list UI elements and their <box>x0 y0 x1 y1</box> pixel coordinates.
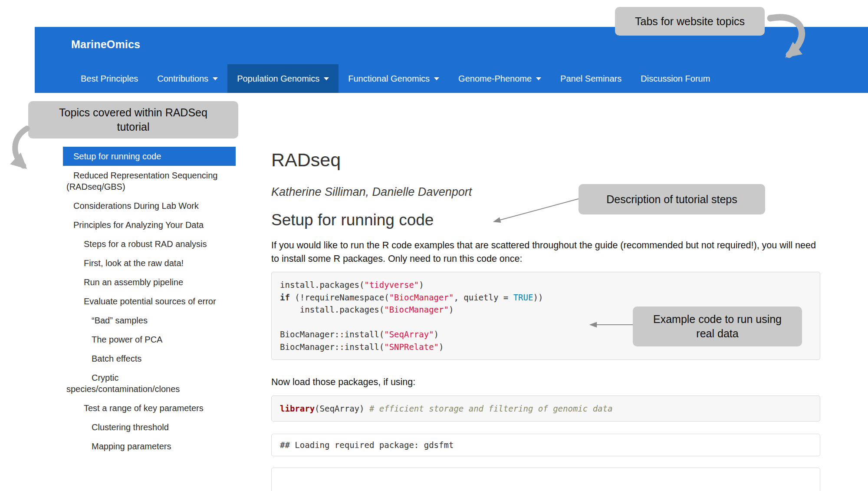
nav-item-genome-phenome[interactable]: Genome-Phenome <box>449 64 551 93</box>
nav-item-label: Panel Seminars <box>560 74 621 84</box>
code-line: if (!requireNamespace("BiocManager", qui… <box>280 291 812 304</box>
nav-item-contributions[interactable]: Contributions <box>148 64 227 93</box>
arrow-topics <box>15 129 27 166</box>
load-paragraph: Now load those packages, if using: <box>271 376 820 389</box>
navbar-items: Best PrinciplesContributionsPopulation G… <box>71 64 720 93</box>
intro-paragraph: If you would like to run the R code exam… <box>271 239 820 266</box>
chevron-down-icon <box>536 77 541 80</box>
toc-item-evaluate-potential-sources-of-error[interactable]: Evaluate potential sources of error <box>63 292 236 311</box>
console-output-block: ## Loading required package: gdsfmt <box>271 434 820 456</box>
annotation-description-callout: Description of tutorial steps <box>579 184 765 214</box>
toc-item-first-look-at-the-raw-data[interactable]: First, look at the raw data! <box>63 254 236 273</box>
toc-item-batch-effects[interactable]: Batch effects <box>63 349 236 368</box>
toc-item-steps-for-a-robust-rad-analysis[interactable]: Steps for a robust RAD analysis <box>63 234 236 254</box>
chevron-down-icon <box>324 77 329 80</box>
toc-item-bad-samples[interactable]: “Bad” samples <box>63 311 236 330</box>
annotation-tabs-label: Tabs for website topics <box>635 14 745 29</box>
nav-item-label: Contributions <box>157 74 208 84</box>
nav-item-label: Functional Genomics <box>348 74 430 84</box>
code-line: library(SeqArray) # efficient storage an… <box>280 402 812 415</box>
toc-item-cryptic-species-contamination-clones[interactable]: Cryptic species/contamination/clones <box>63 368 236 399</box>
toc-item-the-power-of-pca[interactable]: The power of PCA <box>63 330 236 349</box>
code-line: install.packages("tidyverse") <box>280 279 812 291</box>
nav-item-best-principles[interactable]: Best Principles <box>71 64 148 93</box>
nav-item-label: Population Genomics <box>237 74 319 84</box>
chevron-down-icon <box>213 77 218 80</box>
toc-sidebar: Setup for running codeReduced Representa… <box>63 147 236 456</box>
toc-item-test-a-range-of-key-parameters[interactable]: Test a range of key parameters <box>63 399 236 418</box>
nav-item-functional-genomics[interactable]: Functional Genomics <box>339 64 449 93</box>
nav-item-population-genomics[interactable]: Population Genomics <box>227 64 339 93</box>
page-title: RADseq <box>271 149 820 171</box>
annotation-topics-callout: Topics covered within RADSeq tutorial <box>28 101 238 138</box>
nav-item-label: Discussion Forum <box>641 74 710 84</box>
nav-item-panel-seminars[interactable]: Panel Seminars <box>551 64 631 93</box>
nav-item-label: Best Principles <box>81 74 138 84</box>
toc-item-principles-for-analyzing-your-data[interactable]: Principles for Analyzing Your Data <box>63 215 236 234</box>
toc-item-mapping-parameters[interactable]: Mapping parameters <box>63 437 236 456</box>
annotation-tabs-callout: Tabs for website topics <box>615 7 765 36</box>
annotation-example-code-label: Example code to run using real data <box>643 312 792 341</box>
nav-item-discussion-forum[interactable]: Discussion Forum <box>631 64 720 93</box>
console-output-text: ## Loading required package: gdsfmt <box>280 440 454 450</box>
toc-item-reduced-representation-sequencing-radseq-gbs[interactable]: Reduced Representation Sequencing (RADse… <box>63 166 236 196</box>
site-brand[interactable]: MarineOmics <box>71 38 140 51</box>
nav-item-label: Genome-Phenome <box>458 74 532 84</box>
next-block-partial <box>271 468 820 491</box>
toc-item-considerations-during-lab-work[interactable]: Considerations During Lab Work <box>63 196 236 215</box>
page: Tabs for website topics MarineOmics Best… <box>0 0 868 491</box>
code-block-library: library(SeqArray) # efficient storage an… <box>271 395 820 422</box>
annotation-description-label: Description of tutorial steps <box>606 192 737 207</box>
toc-item-run-an-assembly-pipeline[interactable]: Run an assembly pipeline <box>63 273 236 292</box>
toc-item-clustering-threshold[interactable]: Clustering threshold <box>63 418 236 437</box>
toc-item-setup-for-running-code[interactable]: Setup for running code <box>63 147 236 166</box>
annotation-topics-label: Topics covered within RADSeq tutorial <box>46 105 221 134</box>
annotation-example-code-callout: Example code to run using real data <box>633 306 802 346</box>
chevron-down-icon <box>434 77 439 80</box>
navbar: MarineOmics Best PrinciplesContributions… <box>35 27 868 93</box>
